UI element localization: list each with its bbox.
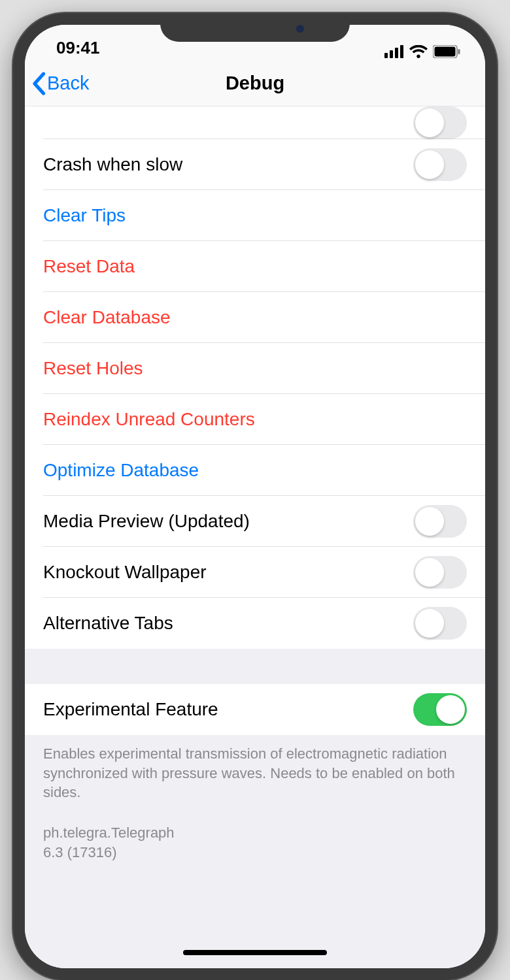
row-label: Media Preview (Updated) xyxy=(43,511,250,532)
row-label: Optimize Database xyxy=(43,460,199,481)
row-reset-data[interactable]: Reset Data xyxy=(25,241,485,292)
switch-toggle[interactable] xyxy=(413,693,467,726)
row-experimental-feature[interactable]: Experimental Feature xyxy=(25,684,485,735)
row-label: Reset Holes xyxy=(43,358,143,379)
settings-group-main: Crash when slow Clear Tips Reset Data Cl… xyxy=(25,106,485,649)
svg-rect-3 xyxy=(400,45,403,58)
page-title: Debug xyxy=(25,73,485,94)
phone-frame: 09:41 Back Debug xyxy=(13,13,497,980)
row-partial-previous[interactable] xyxy=(25,106,485,139)
svg-rect-1 xyxy=(390,50,393,58)
row-label: Crash when slow xyxy=(43,154,182,175)
row-clear-tips[interactable]: Clear Tips xyxy=(25,190,485,241)
row-label: Knockout Wallpaper xyxy=(43,562,207,583)
section-gap xyxy=(25,649,485,684)
back-button[interactable]: Back xyxy=(31,72,89,95)
switch-toggle[interactable] xyxy=(413,106,467,139)
wifi-icon xyxy=(409,45,428,58)
svg-rect-5 xyxy=(435,47,456,57)
switch-toggle[interactable] xyxy=(413,148,467,181)
switch-toggle[interactable] xyxy=(413,556,467,589)
row-label: Clear Database xyxy=(43,307,171,328)
navigation-bar: Back Debug xyxy=(25,61,485,106)
row-knockout-wallpaper[interactable]: Knockout Wallpaper xyxy=(25,547,485,598)
cellular-signal-icon xyxy=(384,45,404,58)
row-label: Clear Tips xyxy=(43,205,126,226)
content-scroll[interactable]: Crash when slow Clear Tips Reset Data Cl… xyxy=(25,106,485,968)
status-right xyxy=(384,45,460,58)
row-optimize-database[interactable]: Optimize Database xyxy=(25,445,485,496)
experimental-footer: Enables experimental transmission of ele… xyxy=(25,735,485,808)
svg-rect-0 xyxy=(384,53,388,58)
svg-rect-6 xyxy=(458,49,460,54)
screen: 09:41 Back Debug xyxy=(25,25,485,968)
version-footer: ph.telegra.Telegraph 6.3 (17316) xyxy=(25,808,485,877)
row-label: Experimental Feature xyxy=(43,699,218,720)
row-label: Alternative Tabs xyxy=(43,613,173,634)
svg-rect-2 xyxy=(395,48,398,58)
row-clear-database[interactable]: Clear Database xyxy=(25,292,485,343)
row-reset-holes[interactable]: Reset Holes xyxy=(25,343,485,394)
row-media-preview[interactable]: Media Preview (Updated) xyxy=(25,496,485,547)
home-indicator[interactable] xyxy=(183,950,327,955)
build-number: 6.3 (17316) xyxy=(43,843,467,862)
device-notch xyxy=(160,13,350,42)
row-label: Reindex Unread Counters xyxy=(43,409,255,430)
settings-group-experimental: Experimental Feature xyxy=(25,684,485,735)
row-reindex-unread[interactable]: Reindex Unread Counters xyxy=(25,394,485,445)
row-alternative-tabs[interactable]: Alternative Tabs xyxy=(25,598,485,649)
battery-icon xyxy=(433,45,460,58)
back-label: Back xyxy=(47,73,89,94)
switch-toggle[interactable] xyxy=(413,505,467,538)
switch-toggle[interactable] xyxy=(413,607,467,640)
chevron-left-icon xyxy=(31,72,46,95)
status-time: 09:41 xyxy=(56,38,100,58)
row-crash-when-slow[interactable]: Crash when slow xyxy=(25,139,485,190)
bundle-id: ph.telegra.Telegraph xyxy=(43,823,467,843)
row-label: Reset Data xyxy=(43,256,135,277)
